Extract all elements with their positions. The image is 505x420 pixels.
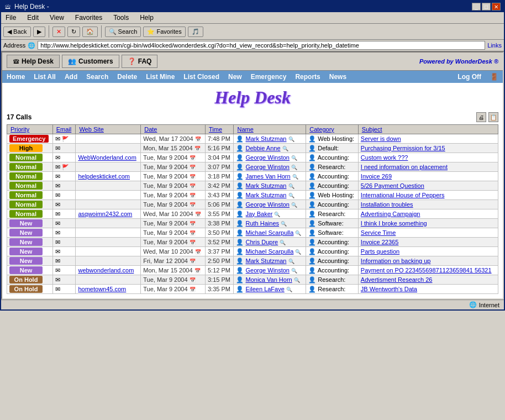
email-icon[interactable]: ✉ <box>55 192 60 198</box>
subject-link[interactable]: I need information on placement <box>361 164 448 170</box>
email-icon[interactable]: ✉ <box>55 182 60 189</box>
menu-tools[interactable]: Tools <box>111 13 131 22</box>
name-link[interactable]: Mark Stutzman <box>246 135 287 142</box>
search-link[interactable]: 🔍 <box>292 174 298 180</box>
email-icon[interactable]: ✉ <box>55 258 60 264</box>
search-link[interactable]: 🔍 <box>274 212 280 217</box>
subject-link[interactable]: JB Wentworth's Data <box>361 286 417 292</box>
col-category[interactable]: Category <box>306 125 359 134</box>
col-email[interactable]: Email <box>52 125 76 134</box>
subject-link[interactable]: Custom work ??? <box>361 154 408 161</box>
name-link[interactable]: George Winston <box>246 164 290 170</box>
links-button[interactable]: Links <box>487 42 502 49</box>
search-link[interactable]: 🔍 <box>288 259 294 264</box>
nav-add[interactable]: Add <box>65 73 77 81</box>
email-icon[interactable]: ✉ <box>55 229 60 236</box>
nav-new[interactable]: New <box>228 73 242 81</box>
name-link[interactable]: Ruth Haines <box>246 220 280 227</box>
subject-link[interactable]: Invoice 22365 <box>361 239 399 245</box>
refresh-button[interactable]: ↻ <box>67 27 80 37</box>
nav-emergency[interactable]: Emergency <box>251 73 287 81</box>
name-link[interactable]: Michael Scarpulla <box>246 248 294 255</box>
tab-faq[interactable]: ❓ FAQ <box>122 55 158 68</box>
menu-favorites[interactable]: Favorites <box>73 13 104 22</box>
home-button[interactable]: 🏠 <box>82 27 98 37</box>
email-icon[interactable]: ✉ <box>55 135 60 142</box>
back-button[interactable]: ◀ Back <box>3 27 31 37</box>
email-icon[interactable]: ✉ <box>55 239 60 245</box>
name-link[interactable]: Debbie Anne <box>246 145 281 151</box>
website-link[interactable]: asqwoimn2432.com <box>78 211 132 217</box>
website-link[interactable]: webwonderland.com <box>78 267 134 274</box>
forward-button[interactable]: ▶ <box>33 27 45 37</box>
nav-news[interactable]: News <box>329 73 346 81</box>
name-link[interactable]: James Van Horn <box>246 173 291 180</box>
col-time[interactable]: Time <box>205 125 233 134</box>
email-icon[interactable]: ✉ <box>55 201 60 208</box>
menu-file[interactable]: File <box>3 13 18 22</box>
menu-edit[interactable]: Edit <box>25 13 41 22</box>
nav-listmine[interactable]: List Mine <box>146 73 175 81</box>
name-link[interactable]: Chris Dupre <box>246 239 278 245</box>
name-link[interactable]: George Winston <box>246 154 290 161</box>
subject-link[interactable]: Advertisment Research 26 <box>361 276 433 283</box>
search-link[interactable]: 🔍 <box>291 268 297 274</box>
nav-logoff[interactable]: Log Off <box>457 73 481 81</box>
email-icon[interactable]: ✉ <box>55 286 60 292</box>
subject-link[interactable]: Invoice 269 <box>361 173 392 180</box>
website-link[interactable]: WebWonderland.com <box>78 154 136 161</box>
col-priority[interactable]: Priority <box>7 125 53 134</box>
name-link[interactable]: Mark Stutzman <box>246 258 287 264</box>
search-link[interactable]: 🔍 <box>295 230 301 236</box>
nav-listclosed[interactable]: List Closed <box>183 73 219 81</box>
email-icon[interactable]: ✉ <box>55 276 60 283</box>
search-link[interactable]: 🔍 <box>294 277 300 283</box>
subject-link[interactable]: Payment on PO 22345569871123659841 56321 <box>361 267 492 274</box>
email-icon[interactable]: ✉ <box>55 164 60 170</box>
search-link[interactable]: 🔍 <box>291 155 297 161</box>
export-icon[interactable]: 📋 <box>488 112 498 122</box>
subject-link[interactable]: Server is down <box>361 135 401 142</box>
email-icon[interactable]: ✉ <box>55 173 60 180</box>
subject-link[interactable]: 5/26 Payment Question <box>361 182 424 189</box>
name-link[interactable]: Eileen LaFave <box>246 286 285 292</box>
name-link[interactable]: Mark Stutzman <box>246 192 287 198</box>
search-link[interactable]: 🔍 <box>282 146 288 151</box>
favorites-button[interactable]: ⭐ Favorites <box>143 27 185 37</box>
search-button[interactable]: 🔍 Search <box>105 27 141 37</box>
email-icon[interactable]: ✉ <box>55 248 60 255</box>
search-link[interactable]: 🔍 <box>291 202 297 208</box>
nav-delete[interactable]: Delete <box>117 73 137 81</box>
email-icon[interactable]: ✉ <box>55 220 60 227</box>
subject-link[interactable]: Purchasing Permission for 3/15 <box>361 145 445 151</box>
subject-link[interactable]: Installation troubles <box>361 201 413 208</box>
search-link[interactable]: 🔍 <box>295 249 301 255</box>
minimize-button[interactable]: _ <box>472 3 481 11</box>
subject-link[interactable]: International House of Peppers <box>361 192 445 198</box>
subject-link[interactable]: Parts question <box>361 248 399 255</box>
media-button[interactable]: 🎵 <box>188 27 203 37</box>
nav-listall[interactable]: List All <box>34 73 56 81</box>
name-link[interactable]: Michael Scarpulla <box>246 229 294 236</box>
tab-customers[interactable]: 👥 Customers <box>62 55 119 68</box>
subject-link[interactable]: Advertising Campaign <box>361 211 420 217</box>
menu-help[interactable]: Help <box>138 13 156 22</box>
search-link[interactable]: 🔍 <box>281 221 287 227</box>
tab-helpdesk[interactable]: 🛎 Help Desk <box>7 55 60 68</box>
print-icon[interactable]: 🖨 <box>476 112 486 122</box>
close-button[interactable]: ✕ <box>492 3 501 11</box>
col-website[interactable]: Web Site <box>76 125 141 134</box>
name-link[interactable]: Mark Stutzman <box>246 182 287 189</box>
col-date[interactable]: Date <box>141 125 206 134</box>
address-input[interactable] <box>38 41 485 50</box>
search-link[interactable]: 🔍 <box>288 136 294 142</box>
name-link[interactable]: Monica Van Horn <box>246 276 292 283</box>
name-link[interactable]: George Winston <box>246 267 290 274</box>
name-link[interactable]: Jay Baker <box>246 211 273 217</box>
maximize-button[interactable]: □ <box>482 3 491 11</box>
search-link[interactable]: 🔍 <box>286 287 292 292</box>
subject-link[interactable]: Information on backing up <box>361 258 431 264</box>
name-link[interactable]: George Winston <box>246 201 290 208</box>
search-link[interactable]: 🔍 <box>291 165 297 170</box>
col-subject[interactable]: Subject <box>358 125 498 134</box>
